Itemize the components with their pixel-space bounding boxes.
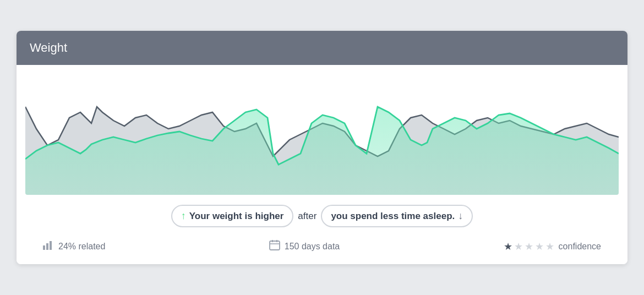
weight-chart bbox=[25, 74, 619, 195]
star-3: ★ bbox=[525, 241, 533, 253]
weight-card: Weight bbox=[17, 31, 627, 264]
svg-rect-1 bbox=[46, 243, 48, 250]
star-rating: ★ ★ ★ ★ ★ bbox=[504, 241, 554, 253]
related-stat: 24% related bbox=[43, 240, 105, 253]
arrow-up-icon: ↑ bbox=[181, 210, 186, 222]
confidence-label: confidence bbox=[559, 242, 601, 252]
days-stat: 150 days data bbox=[269, 239, 340, 253]
star-5: ★ bbox=[545, 241, 554, 253]
insight-row: ↑ Your weight is higher after you spend … bbox=[25, 205, 619, 227]
star-4: ★ bbox=[535, 241, 544, 253]
arrow-down-icon: ↓ bbox=[458, 210, 463, 222]
confidence-stat: ★ ★ ★ ★ ★ confidence bbox=[504, 241, 601, 253]
after-text: after bbox=[298, 211, 316, 222]
bar-chart-icon bbox=[43, 240, 54, 253]
calendar-icon bbox=[269, 239, 280, 253]
sleep-pill[interactable]: you spend less time asleep. ↓ bbox=[321, 205, 473, 227]
star-2: ★ bbox=[514, 241, 523, 253]
weight-higher-label: Your weight is higher bbox=[189, 211, 284, 222]
svg-rect-2 bbox=[50, 241, 52, 250]
weight-pill[interactable]: ↑ Your weight is higher bbox=[171, 205, 294, 227]
related-label: 24% related bbox=[58, 242, 105, 252]
card-body: ↑ Your weight is higher after you spend … bbox=[17, 65, 627, 264]
card-header: Weight bbox=[17, 31, 627, 65]
card-title: Weight bbox=[30, 41, 614, 55]
stats-row: 24% related 150 days data ★ ★ ★ bbox=[25, 236, 619, 253]
sleep-label: you spend less time asleep. bbox=[331, 211, 455, 222]
days-label: 150 days data bbox=[285, 242, 340, 252]
svg-rect-0 bbox=[43, 245, 45, 250]
svg-rect-3 bbox=[270, 241, 280, 250]
star-1: ★ bbox=[504, 241, 512, 253]
